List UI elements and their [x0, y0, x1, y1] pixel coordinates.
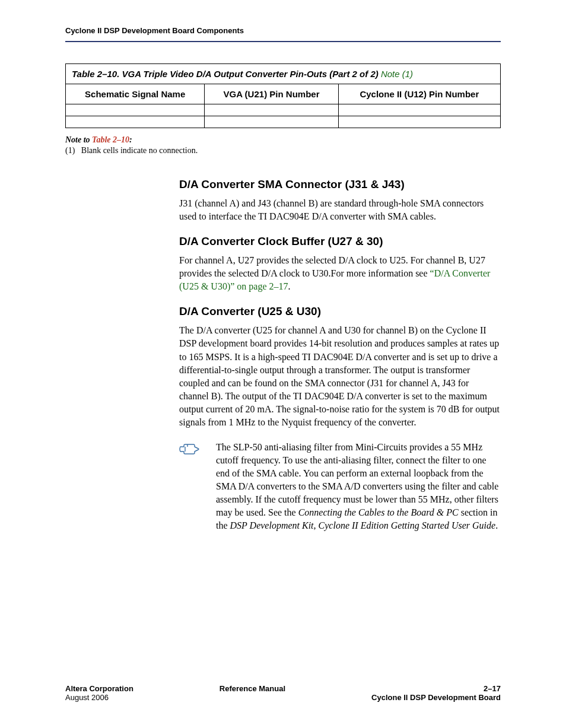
footer-product-name: Cyclone II DSP Development Board	[371, 693, 501, 702]
para-da-converter: The D/A converter (U25 for channel A and…	[179, 324, 501, 429]
table-cell	[66, 104, 205, 116]
table-cell	[66, 116, 205, 128]
note-post: .	[495, 520, 498, 530]
footer-company: Altera Corporation	[65, 684, 133, 693]
footer-doc-type: Reference Manual	[220, 684, 285, 693]
table-note-num: (1)	[65, 146, 75, 155]
page-footer: Altera Corporation August 2006 Reference…	[65, 684, 501, 702]
note-block: The SLP-50 anti-aliasing filter from Min…	[179, 441, 501, 533]
table-note-item: (1) Blank cells indicate no connection.	[65, 146, 501, 155]
table-note-lead: Note to	[65, 135, 92, 144]
note-ital-1: Connecting the Cables to the Board & PC	[298, 507, 459, 517]
table-row	[66, 104, 501, 116]
heading-clock-buffer: D/A Converter Clock Buffer (U27 & 30)	[179, 235, 501, 248]
table-note-ref-link[interactable]: Table 2–10	[92, 135, 129, 144]
footer-page-number: 2–17	[371, 684, 501, 693]
table-row	[66, 116, 501, 128]
footer-date: August 2006	[65, 693, 133, 702]
table-cell	[205, 104, 338, 116]
heading-da-converter: D/A Converter (U25 & U30)	[179, 305, 501, 318]
running-header: Cyclone II DSP Development Board Compone…	[65, 26, 501, 41]
para-clock-buffer-post: .	[288, 281, 291, 291]
heading-sma-connector: D/A Converter SMA Connector (J31 & J43)	[179, 178, 501, 191]
table-note: Note to Table 2–10:	[65, 135, 501, 145]
note-pre: The SLP-50 anti-aliasing filter from Min…	[216, 442, 498, 517]
col-cyclone-pin-number: Cyclone II (U12) Pin Number	[338, 84, 500, 104]
table-title-text: Table 2–10. VGA Triple Video D/A Output …	[72, 69, 381, 79]
table-cell	[338, 104, 500, 116]
table-title-note-link[interactable]: Note (1)	[381, 69, 413, 79]
note-ital-2: DSP Development Kit, Cyclone II Edition …	[230, 520, 496, 530]
table-note-tail: :	[129, 135, 132, 144]
hand-pointing-icon	[179, 443, 199, 456]
col-vga-pin-number: VGA (U21) Pin Number	[205, 84, 338, 104]
note-text: The SLP-50 anti-aliasing filter from Min…	[216, 441, 501, 533]
para-clock-buffer: For channel A, U27 provides the selected…	[179, 254, 501, 293]
para-sma-connector: J31 (channel A) and J43 (channel B) are …	[179, 197, 501, 223]
pinout-table: Table 2–10. VGA Triple Video D/A Output …	[65, 63, 501, 128]
table-title-cell: Table 2–10. VGA Triple Video D/A Output …	[66, 64, 501, 84]
col-schematic-signal-name: Schematic Signal Name	[66, 84, 205, 104]
table-cell	[205, 116, 338, 128]
table-note-text: Blank cells indicate no connection.	[81, 146, 198, 155]
table-cell	[338, 116, 500, 128]
